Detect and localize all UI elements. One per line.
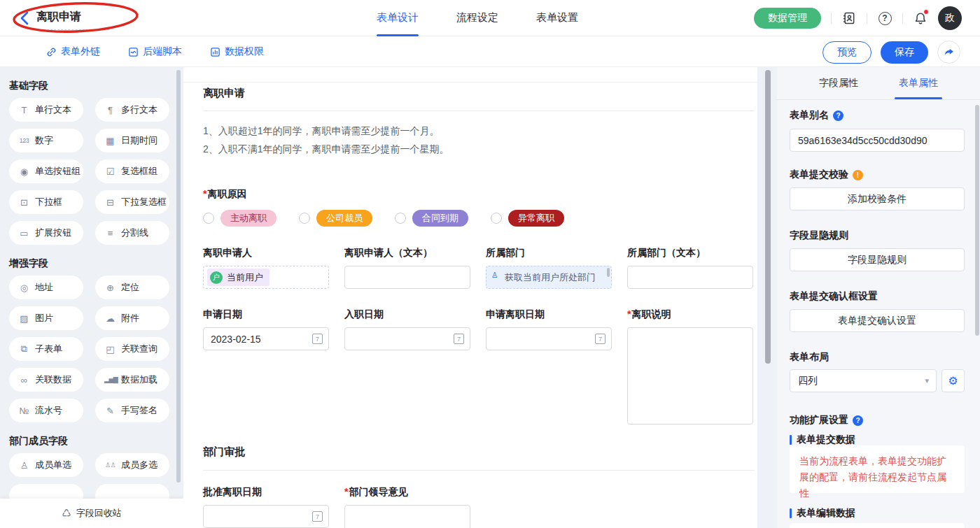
field-single-line-text[interactable]: T单行文本 bbox=[9, 98, 83, 122]
apply-date-input[interactable] bbox=[203, 327, 329, 350]
image-icon: ▨ bbox=[18, 313, 30, 324]
field-recycle-bin[interactable]: ♺ 字段回收站 bbox=[0, 499, 183, 528]
data-permission-link[interactable]: 数据权限 bbox=[210, 45, 264, 58]
share-button[interactable] bbox=[937, 41, 960, 64]
section-department-approval[interactable]: 部门审批 bbox=[203, 445, 245, 459]
tab-form-setting[interactable]: 表单设置 bbox=[536, 0, 578, 36]
submit-confirm-button[interactable]: 表单提交确认设置 bbox=[790, 309, 965, 332]
field-entry-date[interactable]: 入职日期 7 bbox=[344, 308, 470, 427]
field-leave-reason[interactable]: *离职原因 主动离职 公司裁员 合同到期 异常离职 bbox=[203, 188, 564, 227]
backend-script-link[interactable]: 后端脚本 bbox=[128, 45, 182, 58]
serial-icon: № bbox=[18, 406, 30, 416]
chain-icon: ∞ bbox=[18, 375, 30, 385]
field-leader-opinion[interactable]: *部门领导意见 bbox=[344, 486, 470, 528]
calendar-icon[interactable]: 7 bbox=[312, 511, 323, 522]
field-attachment[interactable]: ☁附件 bbox=[95, 306, 169, 330]
department-auto-box[interactable]: ♙ 获取当前用户所处部门 bbox=[486, 266, 612, 289]
section-title-enhanced-fields: 增强字段 bbox=[9, 257, 183, 270]
leave-date-input[interactable] bbox=[486, 327, 612, 350]
field-multi-select[interactable]: ⊟下拉复选框 bbox=[95, 190, 169, 214]
form-description[interactable]: 1、入职超过1年的同学，离职申请需至少提前一个月。 2、入职不满1年的同学，离职… bbox=[203, 122, 449, 158]
reason-option-1[interactable]: 主动离职 bbox=[203, 210, 276, 227]
field-geolocation[interactable]: ⊕定位 bbox=[95, 276, 169, 299]
field-leave-note[interactable]: *离职说明 bbox=[627, 308, 753, 427]
reason-option-4[interactable]: 异常离职 bbox=[491, 210, 564, 227]
field-member-single[interactable]: ♙成员单选 bbox=[9, 453, 83, 477]
field-linked-query[interactable]: ◰关联查询 bbox=[95, 337, 169, 361]
contacts-icon[interactable] bbox=[841, 10, 857, 26]
field-applicant-text[interactable]: 离职申请人（文本） bbox=[344, 247, 470, 289]
tab-flow-setting[interactable]: 流程设定 bbox=[456, 0, 498, 36]
paragraph-icon: ¶ bbox=[104, 105, 116, 115]
extension-settings-label: 功能扩展设置 ? bbox=[790, 414, 863, 427]
radio-button[interactable] bbox=[299, 213, 310, 224]
field-approve-date[interactable]: 批准离职日期 7 bbox=[203, 486, 329, 528]
help-icon[interactable]: ? bbox=[877, 10, 892, 26]
layout-select[interactable]: 四列 ▾ bbox=[790, 369, 937, 392]
leader-opinion-textarea[interactable] bbox=[344, 505, 470, 528]
approve-date-input[interactable] bbox=[203, 505, 329, 528]
sidebar-scrollbar[interactable] bbox=[176, 70, 181, 483]
field-visibility-button[interactable]: 字段显隐规则 bbox=[790, 248, 965, 271]
warning-circle-icon[interactable]: ! bbox=[853, 170, 863, 180]
calendar-icon[interactable]: 7 bbox=[595, 334, 606, 344]
field-applicant[interactable]: 离职申请人 户当前用户 bbox=[203, 247, 329, 289]
field-department[interactable]: 所属部门 ♙ 获取当前用户所处部门 bbox=[486, 247, 612, 289]
data-manage-button[interactable]: 数据管理 bbox=[754, 8, 821, 29]
field-signature[interactable]: ✎手写签名 bbox=[95, 399, 169, 422]
save-button[interactable]: 保存 bbox=[881, 41, 928, 64]
department-text-input[interactable] bbox=[627, 266, 753, 289]
layout-settings-button[interactable]: ⚙ bbox=[941, 369, 965, 392]
calendar-icon[interactable]: 7 bbox=[312, 334, 323, 344]
form-canvas[interactable]: 离职申请 1、入职超过1年的同学，离职申请需至少提前一个月。 2、入职不满1年的… bbox=[183, 67, 757, 528]
add-validation-button[interactable]: 添加校验条件 bbox=[790, 187, 965, 211]
reason-option-3[interactable]: 合同到期 bbox=[395, 210, 468, 227]
reason-option-2[interactable]: 公司裁员 bbox=[299, 210, 372, 227]
field-data-load[interactable]: ▂▅▇数据加载 bbox=[95, 368, 169, 392]
help-circle-icon[interactable]: ? bbox=[833, 110, 844, 121]
field-leave-date[interactable]: 申请离职日期 7 bbox=[486, 308, 612, 427]
field-divider[interactable]: ≡分割线 bbox=[95, 221, 169, 245]
field-apply-date[interactable]: 申请日期 7 bbox=[203, 308, 329, 427]
field-image[interactable]: ▨图片 bbox=[9, 306, 83, 330]
form-external-link[interactable]: 表单外链 bbox=[46, 45, 100, 58]
required-mark: * bbox=[627, 308, 631, 320]
field-select[interactable]: ⊡下拉框 bbox=[9, 190, 83, 214]
panel-scrollbar[interactable] bbox=[975, 105, 979, 336]
page-title: 离职申请 bbox=[36, 10, 81, 24]
tab-form-properties[interactable]: 表单属性 bbox=[899, 67, 938, 99]
radio-button[interactable] bbox=[395, 213, 406, 224]
field-department-text[interactable]: 所属部门（文本） bbox=[627, 247, 753, 289]
enhanced-fields-grid: ◎地址 ⊕定位 ▨图片 ☁附件 ⧉子表单 ◰关联查询 ∞关联数据 ▂▅▇数据加载… bbox=[0, 276, 183, 422]
calendar-icon[interactable]: 7 bbox=[454, 334, 464, 344]
form-alias-input[interactable] bbox=[790, 129, 965, 152]
notification-bell-icon[interactable] bbox=[913, 10, 928, 26]
avatar[interactable]: 政 bbox=[938, 6, 962, 30]
applicant-text-input[interactable] bbox=[344, 266, 470, 289]
applicant-member-box[interactable]: 户当前用户 bbox=[203, 266, 329, 289]
form-title[interactable]: 离职申请 bbox=[203, 87, 245, 100]
back-button[interactable] bbox=[18, 10, 32, 26]
help-circle-icon[interactable]: ? bbox=[853, 415, 863, 426]
person-icon: ♙ bbox=[18, 460, 30, 471]
field-linked-data[interactable]: ∞关联数据 bbox=[9, 368, 83, 392]
tab-field-properties[interactable]: 字段属性 bbox=[819, 67, 858, 99]
field-radio-group[interactable]: ◉单选按钮组 bbox=[9, 159, 83, 183]
field-subform[interactable]: ⧉子表单 bbox=[9, 337, 83, 361]
tab-form-design[interactable]: 表单设计 bbox=[377, 0, 419, 36]
preview-button[interactable]: 预览 bbox=[822, 41, 872, 64]
canvas-scrollbar[interactable] bbox=[765, 70, 771, 364]
field-checkbox-group[interactable]: ☑复选框组 bbox=[95, 159, 169, 183]
field-address[interactable]: ◎地址 bbox=[9, 276, 83, 299]
field-number[interactable]: 123数字 bbox=[9, 129, 83, 152]
field-multi-line-text[interactable]: ¶多行文本 bbox=[95, 98, 169, 122]
radio-button[interactable] bbox=[491, 213, 502, 224]
leave-note-textarea[interactable] bbox=[627, 327, 753, 424]
notification-badge bbox=[923, 9, 929, 15]
radio-button[interactable] bbox=[203, 213, 214, 224]
field-extend-button[interactable]: ▭扩展按钮 bbox=[9, 221, 83, 245]
field-member-multi[interactable]: ♙♙成员多选 bbox=[95, 453, 169, 477]
entry-date-input[interactable] bbox=[344, 327, 470, 350]
field-serial-number[interactable]: №流水号 bbox=[9, 399, 83, 422]
field-datetime[interactable]: ▦日期时间 bbox=[95, 129, 169, 152]
